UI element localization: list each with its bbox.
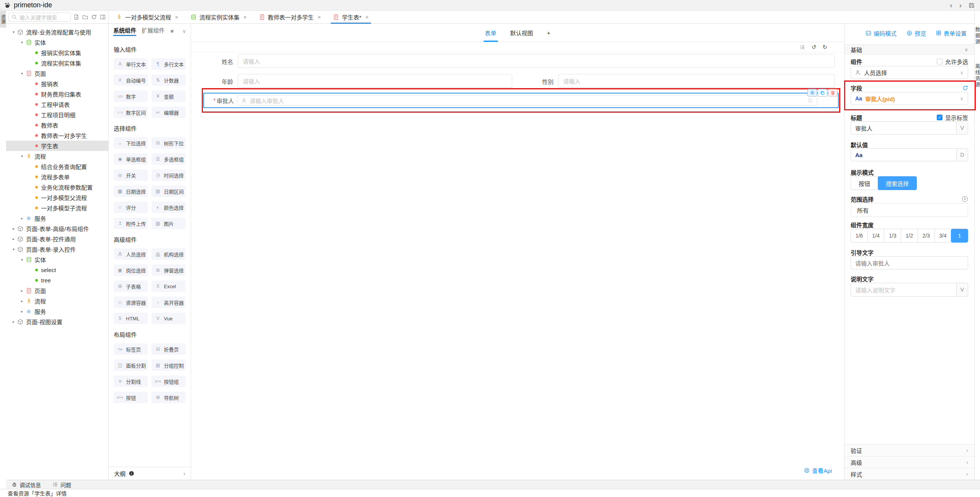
caret-right-icon[interactable]: ▸ — [11, 226, 16, 231]
palette-item[interactable]: ↥ 附件上传 — [114, 218, 148, 229]
chevron-down-icon[interactable]: ∨ — [182, 28, 186, 34]
palette-item[interactable]: ⊞ 子表格 — [114, 280, 148, 292]
refresh-field-icon[interactable] — [962, 85, 968, 91]
display-mode-option[interactable]: 按钮 — [851, 176, 878, 190]
tree-item[interactable]: ▸页面-表单-高级/布局组件 — [6, 223, 108, 234]
pin-icon[interactable] — [171, 30, 173, 33]
tree-item[interactable]: 教师表一对多学生 — [6, 130, 108, 141]
tree-item[interactable]: ▾实体 — [6, 37, 108, 48]
tree-item[interactable]: 教师表 — [6, 120, 108, 130]
palette-item[interactable]: ◷ 时间选择 — [152, 169, 186, 181]
section-验证[interactable]: 验证 › — [844, 444, 974, 456]
caret-down-icon[interactable]: ▾ — [19, 258, 25, 262]
caret-right-icon[interactable]: ▸ — [11, 237, 16, 241]
component-copy-button[interactable] — [818, 89, 827, 97]
palette-item[interactable]: ¶ 多行文本 — [152, 58, 186, 70]
tree-item[interactable]: ▾实体 — [6, 254, 108, 265]
caret-right-icon[interactable]: ▸ — [19, 289, 25, 293]
nav-back-icon[interactable]: ‹ — [950, 1, 952, 10]
palette-tab[interactable]: 系统组件 — [113, 26, 136, 36]
width-option[interactable]: 1/2 — [901, 229, 918, 242]
caret-right-icon[interactable]: ▸ — [19, 309, 25, 313]
tree-item[interactable]: 报销实例实体集 — [6, 48, 108, 58]
palette-item[interactable]: Tab 标签页 — [114, 343, 148, 355]
tree-item[interactable]: ▸服务 — [6, 213, 108, 223]
tree-item[interactable]: ▾页面-表单-录入控件 — [6, 244, 108, 254]
tree-item[interactable]: 工程项目明细 — [6, 110, 108, 120]
palette-item[interactable]: ⌄ 下拉选择 — [114, 137, 148, 149]
palette-item[interactable]: □ 资源容器 — [114, 297, 148, 308]
selected-approver-component[interactable]: * 审批人 请输入审批人 — [203, 93, 839, 108]
width-option[interactable]: 1/6 — [851, 229, 868, 242]
width-option[interactable]: 1 — [951, 229, 968, 242]
tree-item[interactable]: 流程多表单 — [6, 172, 108, 182]
doc-tab[interactable]: 一对多模型父流程 × — [110, 11, 185, 24]
section-高级[interactable]: 高级 › — [844, 456, 974, 468]
caret-down-icon[interactable]: ▾ — [19, 154, 25, 158]
display-mode-option[interactable]: 搜索选择 — [878, 176, 917, 190]
caret-right-icon[interactable]: ▸ — [11, 320, 16, 324]
approver-input[interactable]: 请输入审批人 — [237, 95, 817, 106]
gender-input[interactable]: 请输入 — [558, 74, 835, 88]
caret-right-icon[interactable]: ▸ — [19, 299, 25, 303]
palette-item[interactable]: ◉ 单选框组 — [114, 153, 148, 165]
tree-item[interactable]: 学生表 — [6, 141, 108, 151]
width-option[interactable]: 2/3 — [918, 229, 935, 242]
width-option[interactable]: 1/4 — [868, 229, 885, 242]
palette-item[interactable]: ▤ 分组控制 — [152, 359, 186, 371]
palette-item[interactable]: 123 数字 — [114, 90, 148, 102]
canvas-view-tab[interactable]: + — [540, 24, 557, 42]
tree-item[interactable]: ▸页面-视图设置 — [6, 317, 108, 327]
allow-multi-checkbox[interactable] — [937, 59, 942, 64]
palette-item[interactable]: ☰ 多选框组 — [152, 153, 186, 165]
variable-suffix-button[interactable]: V — [956, 283, 968, 296]
canvas-surface[interactable]: 姓名 请输入 年龄 请输入 性别 请输入 * 审批人 请输入审批人 — [191, 52, 844, 479]
tree-item[interactable]: 结合业务查询配置 — [6, 161, 108, 172]
palette-item[interactable]: BTN 按钮 — [114, 392, 148, 403]
caret-down-icon[interactable]: ▾ — [19, 40, 25, 44]
palette-item[interactable]: ▦ 日期选择 — [114, 185, 148, 197]
palette-item[interactable]: ≡ 分割线 — [114, 376, 148, 387]
palette-item[interactable]: ‹› 高开容器 — [152, 297, 186, 308]
tree-item[interactable]: ▾流程-业务流程配置与使用 — [6, 27, 108, 37]
collapse-all-icon[interactable] — [99, 14, 106, 20]
section-basic[interactable]: 基础 ∨ — [844, 44, 974, 55]
width-option[interactable]: 3/4 — [935, 229, 952, 242]
tree-item[interactable]: ▸页面 — [6, 285, 108, 296]
palette-item[interactable]: ◐ 颜色选择 — [152, 202, 186, 213]
search-input[interactable]: 输入关键字搜索 — [8, 13, 71, 22]
left-rail-tab-resources[interactable]: 资源 — [0, 11, 6, 28]
field-select[interactable]: Aa 审批人(pid) ∨ — [851, 92, 968, 105]
default-suffix-button[interactable]: D — [956, 149, 968, 161]
tree-item[interactable]: 财务费用归集表 — [6, 89, 108, 99]
doc-tab[interactable]: 学生表* × — [327, 11, 375, 24]
component-delete-button[interactable] — [828, 89, 838, 97]
palette-item[interactable]: ⊞ 导航树 — [152, 392, 186, 403]
tree-item[interactable]: tree — [6, 275, 108, 285]
palette-item[interactable]: ☆ 评分 — [114, 202, 148, 213]
tree-item[interactable]: 流程实例实体集 — [6, 58, 108, 68]
tree-item[interactable]: ▸服务 — [6, 306, 108, 317]
palette-item[interactable]: # 自动编号 — [114, 74, 148, 86]
new-resource-icon[interactable] — [73, 14, 80, 20]
close-icon[interactable]: × — [175, 14, 178, 20]
tree-item[interactable]: ▾流程 — [6, 151, 108, 161]
guide-input[interactable]: 请输入审批人 — [851, 256, 968, 269]
inspector-action-code-mode[interactable]: 编码模式 — [866, 29, 897, 37]
caret-right-icon[interactable]: ▸ — [19, 216, 25, 220]
debug-info-button[interactable]: 调试信息 — [11, 481, 41, 489]
palette-item[interactable]: A≡ 编辑器 — [152, 107, 186, 118]
close-icon[interactable]: × — [318, 14, 321, 20]
tree-item[interactable]: 业务化流程参数配置 — [6, 182, 108, 192]
palette-item[interactable]: ▣ 岗位选择 — [114, 264, 148, 276]
palette-item[interactable]: BTN 按钮组 — [152, 376, 186, 387]
caret-down-icon[interactable]: ▾ — [11, 30, 16, 34]
outline-bar[interactable]: 大纲 › — [109, 467, 191, 480]
component-settings-button[interactable] — [807, 89, 817, 97]
palette-item[interactable]: ▤ 日期区间 — [152, 185, 186, 197]
save-icon[interactable] — [969, 2, 975, 8]
range-value[interactable]: 所有 — [851, 203, 968, 217]
inspector-action-preview-eye[interactable]: 预览 — [906, 29, 926, 37]
refresh-tree-icon[interactable] — [90, 14, 97, 20]
palette-item[interactable]: 品 机构选择 — [152, 248, 186, 260]
